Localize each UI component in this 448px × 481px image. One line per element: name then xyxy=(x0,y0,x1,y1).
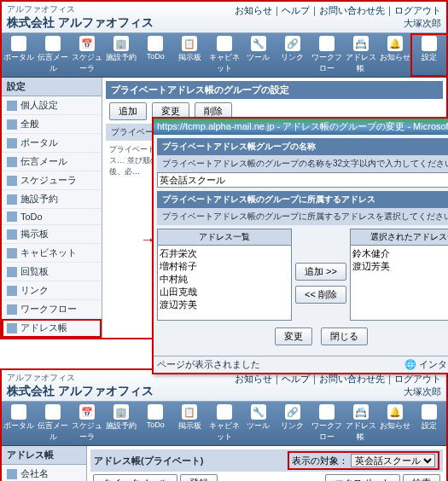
toolbar-お知らせ[interactable]: 🔔お知らせ xyxy=(378,403,412,443)
folder-icon xyxy=(7,138,17,148)
toolbar-キャビネット[interactable]: 🗄キャビネット xyxy=(207,403,241,443)
toolbar-ツール[interactable]: 🔧ツール xyxy=(241,403,276,443)
register-button[interactable]: 登録 xyxy=(180,474,218,481)
list-item[interactable]: 渡辺芳美 xyxy=(160,298,289,311)
filter-box: 表示の対象： 英会話スクール xyxy=(288,451,439,470)
list-item[interactable]: 渡辺芳美 xyxy=(352,260,448,273)
brand-sub: アルファオフィス xyxy=(7,3,154,15)
folder-icon xyxy=(7,119,17,130)
toolbar-ワークフロー[interactable]: ↻ワークフロー xyxy=(310,403,344,443)
window-settings: アルファオフィス 株式会社 アルファオフィス お知らせ｜ヘルプ｜お問い合わせ先｜… xyxy=(0,0,448,339)
folder-icon xyxy=(7,248,17,258)
transfer-buttons: 追加 >> << 削除 xyxy=(295,229,346,321)
folder-icon xyxy=(7,157,17,167)
toolbar-お知らせ[interactable]: 🔔お知らせ xyxy=(378,35,412,75)
sidebar: 設定 個人設定全般ポータル伝言メールスケジューラ施設予約ToDo掲示板キャビネッ… xyxy=(2,78,102,338)
sidebar-item[interactable]: ToDo xyxy=(2,209,102,225)
folder-icon xyxy=(7,286,17,296)
header-links[interactable]: お知らせ｜ヘルプ｜お問い合わせ先｜ログアウト xyxy=(235,4,441,17)
header: アルファオフィス株式会社 アルファオフィス お知らせ｜ヘルプ｜お問い合わせ先｜ロ… xyxy=(2,370,446,402)
list-item[interactable]: 山田克哉 xyxy=(160,286,289,298)
window-addressbook: アルファオフィス株式会社 アルファオフィス お知らせ｜ヘルプ｜お問い合わせ先｜ロ… xyxy=(0,368,448,481)
toolbar-リンク[interactable]: 🔗リンク xyxy=(276,35,310,75)
folder-icon xyxy=(7,212,17,222)
sidebar-item[interactable]: 回覧板 xyxy=(2,263,102,281)
folder-icon xyxy=(7,101,17,111)
modal-section-1: プライベートアドレス帳グループの名称 xyxy=(157,138,448,155)
folder-icon xyxy=(7,469,17,479)
toolbar-掲示板[interactable]: 📋掲示板 xyxy=(172,35,207,75)
ok-button[interactable]: 変更 xyxy=(275,327,312,345)
sidebar-item[interactable]: 個人設定 xyxy=(2,96,102,115)
sidebar-item[interactable]: ワークフロー xyxy=(2,300,102,319)
toolbar-ポータル[interactable]: ⌂ポータル xyxy=(2,403,36,443)
list-item[interactable]: 中村純 xyxy=(160,273,289,286)
export-button[interactable]: エクスポート xyxy=(325,474,400,481)
sidebar-item[interactable]: リンク xyxy=(2,281,102,300)
list-item[interactable]: 鈴木健介 xyxy=(352,247,448,260)
sidebar-item[interactable]: 全般 xyxy=(2,115,102,134)
filter-label: 表示の対象： xyxy=(292,455,348,467)
toolbar-ツール[interactable]: 🔧ツール xyxy=(241,35,276,75)
toolbar: ⌂ポータル✉伝言メール📅スケジューラ🏢施設予約✓ToDo📋掲示板🗄キャビネット🔧… xyxy=(2,33,446,78)
toolbar: ⌂ポータル✉伝言メール📅スケジューラ🏢施設予約✓ToDo📋掲示板🗄キャビネット🔧… xyxy=(2,402,446,446)
filter-select[interactable]: 英会話スクール xyxy=(351,454,435,467)
toolbar-ポータル[interactable]: ⌂ポータル xyxy=(2,35,36,75)
brand-main: 株式会社 アルファオフィス xyxy=(7,15,154,31)
sidebar-item[interactable]: スケジューラ xyxy=(2,171,102,190)
folder-icon xyxy=(7,267,17,277)
sidebar-item[interactable]: 会社名 xyxy=(2,465,86,481)
sidebar-item[interactable]: アドレス帳 xyxy=(2,319,102,338)
list-item[interactable]: 増村裕子 xyxy=(160,260,289,273)
selected-list[interactable]: 鈴木健介渡辺芳美 xyxy=(350,246,448,321)
address-list-col: アドレス一覧 石井栄次増村裕子中村純山田克哉渡辺芳美 xyxy=(157,229,292,321)
add-button[interactable]: 追加 xyxy=(109,102,147,120)
modal-section-2: プライベートアドレス帳のグループに所属するアドレス xyxy=(157,191,448,208)
sidebar-item[interactable]: ポータル xyxy=(2,134,102,153)
left-col-header: アドレス一覧 xyxy=(157,229,292,246)
toolbar-キャビネット[interactable]: 🗄キャビネット xyxy=(207,35,241,75)
modal-titlebar: https://tcmp.alpha-mail.ne.jp - アドレス帳のグル… xyxy=(154,119,448,135)
toolbar-スケジューラ[interactable]: 📅スケジューラ xyxy=(70,35,104,75)
right-col-header: 選択されたアドレス一覧 xyxy=(350,229,448,246)
sidebar-item[interactable]: 施設予約 xyxy=(2,190,102,209)
search-button[interactable]: 検索 xyxy=(403,474,440,481)
add-to-button[interactable]: 追加 >> xyxy=(295,263,346,281)
toolbar-アドレス帳[interactable]: 📇アドレス帳 xyxy=(344,403,378,443)
group-name-input[interactable] xyxy=(157,172,448,188)
toolbar-伝言メール[interactable]: ✉伝言メール xyxy=(36,35,70,75)
toolbar-スケジューラ[interactable]: 📅スケジューラ xyxy=(70,403,104,443)
folder-icon xyxy=(7,194,17,205)
remove-from-button[interactable]: << 削除 xyxy=(295,286,346,304)
sidebar-item[interactable]: キャビネット xyxy=(2,244,102,263)
toolbar-設定[interactable]: ⚙設定 xyxy=(412,35,446,75)
header: アルファオフィス 株式会社 アルファオフィス お知らせ｜ヘルプ｜お問い合わせ先｜… xyxy=(2,2,446,33)
folder-icon xyxy=(7,323,17,333)
toolbar-ToDo[interactable]: ✓ToDo xyxy=(138,35,172,75)
sidebar-item[interactable]: 伝言メール xyxy=(2,153,102,171)
status-bar: ページが表示されました 🌐 インターネット xyxy=(154,356,448,373)
header-right: お知らせ｜ヘルプ｜お問い合わせ先｜ログアウト 大塚次郎 xyxy=(235,4,441,30)
list-item[interactable]: 石井栄次 xyxy=(160,247,289,260)
main-panel: プライベートアドレス帳のグループの設定 追加 変更 削除 プライベートアドレス帳… xyxy=(102,78,446,338)
address-list[interactable]: 石井栄次増村裕子中村純山田克哉渡辺芳美 xyxy=(157,246,292,321)
toolbar-施設予約[interactable]: 🏢施設予約 xyxy=(104,403,138,443)
toolbar-伝言メール[interactable]: ✉伝言メール xyxy=(36,403,70,443)
zone-indicator: 🌐 インターネット xyxy=(404,358,448,371)
sidebar-item[interactable]: 掲示板 xyxy=(2,225,102,244)
toolbar-アドレス帳[interactable]: 📇アドレス帳 xyxy=(344,35,378,75)
toolbar-ToDo[interactable]: ✓ToDo xyxy=(138,403,172,443)
toolbar-設定[interactable]: ⚙設定 xyxy=(412,403,446,443)
toolbar-ワークフロー[interactable]: ↻ワークフロー xyxy=(310,35,344,75)
panel-title: アドレス帳(プライベート) xyxy=(94,455,203,467)
toolbar-掲示板[interactable]: 📋掲示板 xyxy=(172,403,207,443)
sidebar-title: 設定 xyxy=(2,78,102,96)
main-panel: アドレス帳(プライベート) 表示の対象： 英会話スクール クイックメール 登録 … xyxy=(87,446,446,481)
sidebar-title: アドレス帳 xyxy=(2,446,86,465)
status-text: ページが表示されました xyxy=(157,358,260,371)
cancel-button[interactable]: 閉じる xyxy=(321,327,368,345)
quickmail-button[interactable]: クイックメール xyxy=(93,474,177,481)
toolbar-施設予約[interactable]: 🏢施設予約 xyxy=(104,35,138,75)
folder-icon xyxy=(7,304,17,315)
toolbar-リンク[interactable]: 🔗リンク xyxy=(276,403,310,443)
